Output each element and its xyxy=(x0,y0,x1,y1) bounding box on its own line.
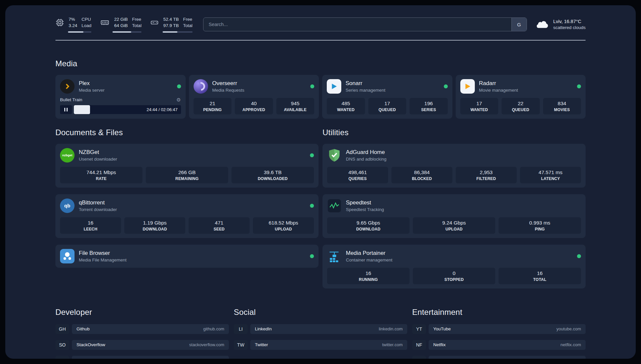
bookmark-abbr: YT xyxy=(412,324,426,334)
stat-value: 196 xyxy=(411,101,446,106)
bookmark-linkedin[interactable]: LI LinkedIn linkedin.com xyxy=(234,324,407,334)
bookmark-netflix[interactable]: NF Netflix netflix.com xyxy=(412,340,586,350)
service-card-nzbget[interactable]: nzbget NZBGet Usenet downloader 744.21 M… xyxy=(55,144,319,188)
stat-value: 744.21 Mbps xyxy=(61,169,141,175)
service-card-filebrowser[interactable]: File Browser Media File Management xyxy=(55,245,319,268)
radarr-icon xyxy=(460,79,475,94)
stat-value: 21 xyxy=(195,101,230,106)
plex-now-playing: Bullet Train ⚙ 24:44 / 02:06:47 xyxy=(60,97,181,114)
stat-value: 39.6 TB xyxy=(233,169,313,175)
stat-label: BLOCKED xyxy=(393,176,451,181)
service-name: Media Portainer xyxy=(346,250,573,257)
service-card-speedtest[interactable]: Speedtest Speedtest Tracking 9.65 Gbps D… xyxy=(322,194,586,238)
service-card-qbittorrent[interactable]: qb qBittorrent Torrent downloader 16 xyxy=(55,194,319,238)
stat-value: 9.24 Gbps xyxy=(414,220,494,226)
bookmark-twitter[interactable]: TW Twitter twitter.com xyxy=(234,340,407,350)
bookmark-github[interactable]: GH Github github.com xyxy=(55,324,229,334)
stat-value: 618.52 Mbps xyxy=(254,220,313,226)
memory-label-top: Free xyxy=(132,16,142,23)
stat-value: 2,953 xyxy=(457,169,515,175)
bookmark-name: Netflix xyxy=(433,342,446,347)
stat-wanted: 17 WANTED xyxy=(460,98,499,114)
service-card-radarr[interactable]: Radarr Movie management 17 WANTED 22 QUE… xyxy=(456,75,586,119)
pause-button[interactable] xyxy=(60,105,72,114)
stat-available: 945 AVAILABLE xyxy=(276,98,315,114)
stat-label: PING xyxy=(500,227,580,231)
media-grid: Plex Media server Bullet Train ⚙ 24: xyxy=(55,75,586,119)
bookmarks-social: Social LI LinkedIn linkedin.com TW Twitt… xyxy=(234,308,407,359)
bookmark-url: stackoverflow.com xyxy=(189,342,224,347)
stat-value: 0 xyxy=(414,270,494,276)
stat-wanted: 485 WANTED xyxy=(327,98,365,114)
search-input[interactable] xyxy=(203,18,511,31)
stat-label: LEECH xyxy=(61,227,120,231)
bookmark-url: twitter.com xyxy=(382,342,403,347)
bookmark-dev[interactable]: DT DEV dev.to xyxy=(55,356,229,359)
bookmark-youtube[interactable]: YT YouTube youtube.com xyxy=(412,324,586,334)
memory-label-bottom: Total xyxy=(132,23,142,29)
gear-icon[interactable]: ⚙ xyxy=(176,97,181,103)
stat-label: QUEUED xyxy=(503,107,538,112)
service-card-portainer[interactable]: Media Portainer Container management 16 … xyxy=(322,245,586,288)
qbittorrent-icon: qb xyxy=(60,198,75,213)
service-name: qBittorrent xyxy=(79,199,306,206)
bookmark-abbr: LI xyxy=(234,324,248,334)
service-subtitle: Media server xyxy=(79,88,173,93)
bookmark-reddit[interactable]: RE Reddit reddit.com xyxy=(412,356,586,359)
status-dot xyxy=(177,84,181,88)
stat-label: DOWNLOADED xyxy=(233,176,313,181)
playback-progress-fill xyxy=(74,105,90,114)
service-subtitle: Speedtest Tracking xyxy=(346,207,581,212)
disk-widget: 52.4 TB 97.9 TB Free Total xyxy=(150,16,193,33)
service-card-overseerr[interactable]: Overseerr Media Requests 21 PENDING 40 A… xyxy=(189,75,319,119)
disk-label-top: Free xyxy=(183,16,193,23)
stat-value: 17 xyxy=(462,101,497,106)
service-name: Plex xyxy=(79,80,173,87)
stat-movies: 834 MOVIES xyxy=(543,98,581,114)
cpu-load: 3.24 xyxy=(69,23,77,29)
portainer-stats: 16 RUNNING 0 STOPPED 16 TOTAL xyxy=(327,268,581,284)
topbar-divider xyxy=(55,40,586,41)
search-bar: G xyxy=(203,17,527,31)
service-name: Overseerr xyxy=(212,80,306,87)
bookmark-stackoverflow[interactable]: SO StackOverflow stackoverflow.com xyxy=(55,340,229,350)
disk-total: 97.9 TB xyxy=(163,23,179,29)
qbittorrent-icon-text: qb xyxy=(64,203,70,208)
service-card-plex[interactable]: Plex Media server Bullet Train ⚙ 24: xyxy=(55,75,186,119)
bookmark-abbr: GH xyxy=(55,324,69,334)
bookmark-name: DEV xyxy=(76,358,86,359)
service-name: AdGuard Home xyxy=(346,149,581,156)
bookmarks-developer: Developer GH Github github.com SO StackO… xyxy=(55,308,229,359)
radarr-stats: 17 WANTED 22 QUEUED 834 MOVIES xyxy=(460,98,581,114)
bookmark-url: youtube.com xyxy=(557,326,581,331)
status-dot xyxy=(310,254,314,258)
stat-label: WANTED xyxy=(328,107,364,112)
cpu-label-bottom: Load xyxy=(81,23,91,29)
cpu-label-top: CPU xyxy=(81,16,91,23)
status-dot xyxy=(577,84,581,88)
stat-label: UPLOAD xyxy=(254,227,313,231)
bookmarks-entertainment: Entertainment YT YouTube youtube.com NF … xyxy=(412,308,586,359)
bookmark-abbr: TW xyxy=(234,340,248,350)
service-card-sonarr[interactable]: Sonarr Series management 485 WANTED 17 Q… xyxy=(322,75,452,119)
stat-value: 86,384 xyxy=(393,169,451,175)
stat-value: 945 xyxy=(278,101,313,106)
service-subtitle: DNS and adblocking xyxy=(346,157,581,162)
status-dot xyxy=(310,84,314,88)
stat-value: 266 GB xyxy=(147,169,227,175)
status-dot xyxy=(577,254,581,258)
stat-label: MOVIES xyxy=(544,107,580,112)
qbittorrent-stats: 16 LEECH 1.19 Gbps DOWNLOAD 471 SEED xyxy=(60,217,314,234)
sonarr-stats: 485 WANTED 17 QUEUED 196 SERIES xyxy=(327,98,448,114)
nzbget-icon: nzbget xyxy=(60,148,75,163)
stat-leech: 16 LEECH xyxy=(60,217,121,234)
dashboard: 7% 3.24 CPU Load 22 GiB xyxy=(5,5,636,359)
service-subtitle: Usenet downloader xyxy=(79,157,306,162)
memory-labels: Free Total xyxy=(132,16,142,29)
stat-label: FILTERED xyxy=(457,176,515,181)
search-engine-button[interactable]: G xyxy=(511,18,527,31)
stat-value: 40 xyxy=(236,101,272,106)
service-card-adguard[interactable]: AdGuard Home DNS and adblocking 498,461 … xyxy=(322,144,586,188)
stat-upload: 9.24 Gbps UPLOAD xyxy=(413,217,495,234)
status-dot xyxy=(444,84,448,88)
